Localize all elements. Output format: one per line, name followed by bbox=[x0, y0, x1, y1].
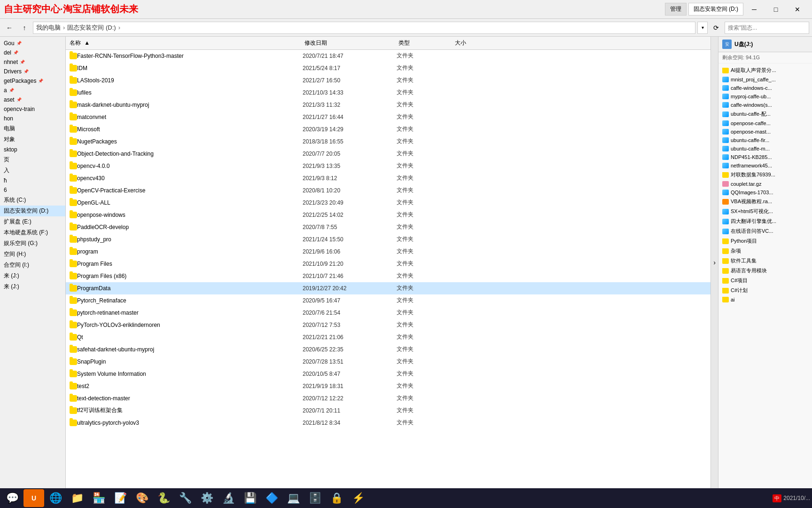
file-row[interactable]: tf2可训练框架合集2020/7/1 20:11文件夹 bbox=[66, 405, 710, 417]
back-button[interactable]: ← bbox=[3, 21, 16, 34]
file-row[interactable]: Pytorch_Retinaface2020/9/5 16:47文件夹 bbox=[66, 294, 710, 307]
col-header-name[interactable]: 名称 ▲ bbox=[70, 39, 304, 47]
taskbar-word[interactable]: 📝 bbox=[110, 489, 131, 507]
sidebar-item-22[interactable]: 合空间 (I:) bbox=[0, 260, 65, 270]
file-row[interactable]: text-detection-master2020/7/12 12:22文件夹 bbox=[66, 392, 710, 405]
ime-badge[interactable]: 中 bbox=[773, 494, 781, 502]
file-row[interactable]: safehat-darknet-ubuntu-myproj2020/6/25 2… bbox=[66, 343, 710, 356]
right-panel-item[interactable]: ubuntu-caffe-fir... bbox=[718, 136, 812, 144]
right-panel-item[interactable]: ai bbox=[718, 295, 812, 304]
taskbar-tool2[interactable]: ⚙️ bbox=[196, 489, 217, 507]
sidebar-item-24[interactable]: 来 (J:) bbox=[0, 281, 65, 292]
sidebar-item-20[interactable]: 娱乐空间 (G:) bbox=[0, 238, 65, 249]
file-row[interactable]: phpstudy_pro2021/1/24 15:50文件夹 bbox=[66, 233, 710, 246]
sidebar-item-9[interactable]: 电脑 bbox=[0, 123, 65, 134]
sidebar-item-14[interactable]: ħ bbox=[0, 176, 65, 185]
path-drive-d[interactable]: 固态安装空间 (D:) bbox=[67, 24, 116, 32]
taskbar-vs[interactable]: 🔷 bbox=[261, 489, 282, 507]
right-panel-item[interactable]: 易语言专用模块 bbox=[718, 266, 812, 276]
up-button[interactable]: ↑ bbox=[18, 21, 31, 34]
sidebar-item-13[interactable]: 入 bbox=[0, 165, 65, 176]
file-row[interactable]: PaddleOCR-develop2020/7/8 7:55文件夹 bbox=[66, 221, 710, 233]
sidebar-item-4[interactable]: getPackages📌 bbox=[0, 76, 65, 86]
right-panel-item[interactable]: ubuntu-caffe-配... bbox=[718, 109, 812, 119]
file-row[interactable]: NugetPackages2018/3/18 16:55文件夹 bbox=[66, 135, 710, 148]
sidebar-item-15[interactable]: 6 bbox=[0, 185, 65, 195]
sidebar-item-10[interactable]: 对象 bbox=[0, 134, 65, 145]
right-panel-item[interactable]: openpose-caffe... bbox=[718, 119, 812, 127]
taskbar-prog[interactable]: ⚡ bbox=[348, 489, 368, 507]
right-panel-item[interactable]: SX+html5可视化... bbox=[718, 206, 812, 216]
file-row[interactable]: Program Files (x86)2021/10/7 21:46文件夹 bbox=[66, 270, 710, 282]
taskbar-tool3[interactable]: 🔬 bbox=[218, 489, 239, 507]
taskbar-ps[interactable]: 🎨 bbox=[132, 489, 152, 507]
file-row[interactable]: Program Files2021/10/9 21:20文件夹 bbox=[66, 258, 710, 270]
file-row[interactable]: IDM2021/5/24 8:17文件夹 bbox=[66, 62, 710, 74]
right-panel-item[interactable]: caffe-windows(s... bbox=[718, 101, 812, 109]
right-panel-item[interactable]: mnist_proj_caffe_... bbox=[718, 75, 812, 84]
file-row[interactable]: mask-darknet-ubuntu-myproj2021/3/3 11:32… bbox=[66, 99, 710, 111]
right-panel-item[interactable]: 对联数据集76939... bbox=[718, 170, 812, 180]
right-panel-item[interactable]: VBA视频教程.ra... bbox=[718, 197, 812, 206]
file-row[interactable]: Qt2021/2/21 21:06文件夹 bbox=[66, 331, 710, 343]
refresh-button[interactable]: ⟳ bbox=[710, 21, 723, 34]
taskbar-upx[interactable]: U bbox=[23, 489, 44, 507]
sidebar-item-2[interactable]: nhnet📌 bbox=[0, 57, 65, 67]
right-panel-item[interactable]: 四大翻译引擎集优... bbox=[718, 216, 812, 226]
right-panel-item[interactable]: Python项目 bbox=[718, 236, 812, 246]
sidebar-item-11[interactable]: sktop bbox=[0, 145, 65, 154]
sidebar-item-7[interactable]: opencv-train bbox=[0, 104, 65, 114]
file-row[interactable]: OpenGL-ALL2021/3/23 20:49文件夹 bbox=[66, 197, 710, 209]
right-panel-item[interactable]: ubuntu-caffe-m... bbox=[718, 144, 812, 153]
taskbar-sql[interactable]: 💾 bbox=[240, 489, 260, 507]
right-panel-item[interactable]: C#计划 bbox=[718, 286, 812, 295]
file-row[interactable]: PyTorch-YOLOv3-eriklindernoren2020/7/12 … bbox=[66, 319, 710, 331]
right-panel-item[interactable]: C#项目 bbox=[718, 276, 812, 286]
col-header-size[interactable]: 大小 bbox=[455, 39, 492, 47]
taskbar-python[interactable]: 🐍 bbox=[153, 489, 174, 507]
close-button[interactable]: ✕ bbox=[787, 2, 808, 16]
right-panel-item[interactable]: netframework45... bbox=[718, 161, 812, 170]
path-my-computer[interactable]: 我的电脑 bbox=[36, 24, 61, 32]
file-row[interactable]: OpenCV-Practical-Exercise2020/8/1 10:20文… bbox=[66, 184, 710, 197]
sidebar-item-8[interactable]: hon bbox=[0, 114, 65, 123]
sidebar-item-1[interactable]: del📌 bbox=[0, 48, 65, 57]
sidebar-item-18[interactable]: 扩展盘 (E:) bbox=[0, 216, 65, 227]
sidebar-item-6[interactable]: aset📌 bbox=[0, 95, 65, 104]
maximize-button[interactable]: □ bbox=[765, 2, 787, 16]
file-row[interactable]: LAStools-20192021/2/7 16:50文件夹 bbox=[66, 74, 710, 87]
address-path[interactable]: 我的电脑 › 固态安装空间 (D:) › bbox=[33, 22, 695, 34]
sidebar-item-0[interactable]: Gou📌 bbox=[0, 39, 65, 48]
search-input[interactable] bbox=[725, 22, 809, 34]
right-panel-item[interactable]: QQImages-1703... bbox=[718, 188, 812, 197]
right-panel-collapse[interactable]: › bbox=[710, 37, 718, 488]
dropdown-button[interactable]: ▾ bbox=[697, 22, 708, 34]
sidebar-item-5[interactable]: a📌 bbox=[0, 86, 65, 95]
right-panel-item[interactable]: openpose-mast... bbox=[718, 127, 812, 136]
file-row[interactable]: ultralytics-pytorch-yolov32021/8/12 8:34… bbox=[66, 417, 710, 429]
right-panel-item[interactable]: 在线语音问答VC... bbox=[718, 226, 812, 236]
file-row[interactable]: Faster-RCNN-TensorFlow-Python3-master202… bbox=[66, 50, 710, 62]
sidebar-item-19[interactable]: 本地硬盘系统 (F:) bbox=[0, 227, 65, 238]
taskbar-ie[interactable]: 🌐 bbox=[45, 489, 66, 507]
right-panel-item[interactable]: 软件工具集 bbox=[718, 256, 812, 266]
file-row[interactable]: Object-Detection-and-Tracking2020/7/7 20… bbox=[66, 148, 710, 160]
file-row[interactable]: matconvnet2021/1/27 16:44文件夹 bbox=[66, 111, 710, 123]
taskbar-db[interactable]: 🗄️ bbox=[304, 489, 325, 507]
file-row[interactable]: System Volume Information2020/10/5 8:47文… bbox=[66, 368, 710, 380]
taskbar-tool1[interactable]: 🔧 bbox=[175, 489, 195, 507]
file-row[interactable]: SnapPlugin2020/7/28 13:51文件夹 bbox=[66, 356, 710, 368]
file-row[interactable]: ProgramData2019/12/27 20:42文件夹 bbox=[66, 282, 710, 294]
right-panel-item[interactable]: NDP451-KB285... bbox=[718, 153, 812, 161]
file-row[interactable]: program2021/9/6 16:06文件夹 bbox=[66, 246, 710, 258]
taskbar-explorer[interactable]: 📁 bbox=[67, 489, 87, 507]
file-row[interactable]: pytorch-retinanet-master2020/7/6 21:54文件… bbox=[66, 307, 710, 319]
file-row[interactable]: opencv4302021/9/3 8:12文件夹 bbox=[66, 172, 710, 184]
right-panel-item[interactable]: AI提取人声背景分... bbox=[718, 65, 812, 75]
file-row[interactable]: lufiles2021/10/3 14:33文件夹 bbox=[66, 87, 710, 99]
minimize-button[interactable]: ─ bbox=[743, 2, 765, 16]
sidebar-item-17[interactable]: 固态安装空间 (D:) bbox=[0, 206, 65, 216]
col-header-date[interactable]: 修改日期 bbox=[304, 39, 398, 47]
taskbar-lock[interactable]: 🔒 bbox=[326, 489, 347, 507]
file-row[interactable]: test22021/9/19 18:31文件夹 bbox=[66, 380, 710, 392]
